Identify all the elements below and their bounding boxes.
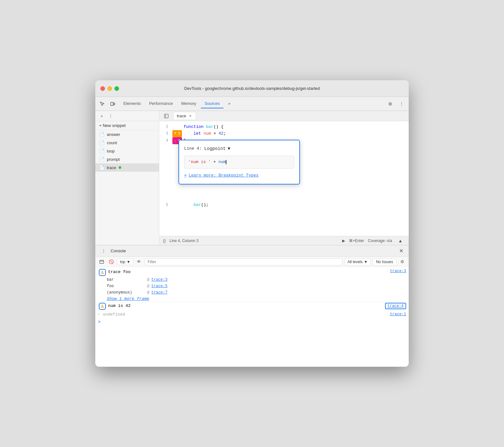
sidebar-toolbar: » ⋮	[95, 111, 159, 121]
log-levels-button[interactable]: All levels ▼	[344, 258, 370, 265]
stack-link-trace7[interactable]: trace:7	[151, 290, 167, 295]
console-result-row: ← undefined trace:1	[95, 310, 409, 318]
snippet-name: answer	[107, 132, 120, 137]
coverage-label: Coverage: n/a	[368, 239, 392, 243]
line-number: 4	[159, 137, 172, 144]
nav-right: ⚙ ⋮	[386, 99, 406, 108]
result-source-link[interactable]: trace:1	[390, 312, 406, 317]
result-arrow-icon: ←	[98, 312, 100, 317]
cursor-position: Line 4, Column 3	[169, 239, 199, 243]
tab-more[interactable]: »	[224, 99, 234, 108]
close-sidebar-icon[interactable]	[162, 112, 171, 121]
show-more-text: Show 1 more frame	[107, 296, 149, 301]
console-settings-icon[interactable]: ⚙	[398, 258, 406, 266]
snippet-prompt[interactable]: 📄 prompt	[95, 155, 159, 163]
logpoint-expression: 'num is ' + num	[188, 159, 226, 164]
logpoint-input[interactable]: 'num is ' + num	[184, 156, 294, 169]
console-input-field[interactable]	[103, 320, 406, 325]
trace-source-link[interactable]: trace:3	[385, 269, 406, 273]
breakpoint-badge-orange[interactable]: ? 3	[172, 130, 182, 137]
stack-frame-anon: (anonymous) @ trace:7	[95, 289, 409, 296]
clear-console-icon[interactable]	[98, 258, 106, 266]
expand-icon[interactable]: »	[98, 112, 106, 120]
console-filter-input[interactable]	[145, 258, 343, 265]
stack-link-trace5[interactable]: trace:5	[151, 284, 167, 288]
tab-sources[interactable]: Sources	[201, 99, 224, 108]
line-content: function bar() {	[182, 124, 409, 130]
minimize-button[interactable]	[107, 86, 112, 91]
code-editor[interactable]: 2 function bar() { 3 ? 3 let num = 42;	[159, 121, 409, 236]
device-toolbar-icon[interactable]	[108, 99, 117, 108]
stack-at-3: @	[147, 290, 149, 295]
snippet-trace[interactable]: 📄 trace	[95, 163, 159, 172]
tab-memory[interactable]: Memory	[177, 99, 200, 108]
show-more-frames-link[interactable]: Show 1 more frame	[95, 296, 409, 302]
trace-log-icon	[99, 269, 106, 276]
line-content: let num = 42;	[182, 130, 409, 137]
stack-link-trace3[interactable]: trace:3	[151, 278, 167, 282]
context-dropdown-icon: ▼	[127, 260, 130, 264]
tab-elements[interactable]: Elements	[120, 99, 145, 108]
snippet-list: 📄 answer 📄 count 📄 loop 📄 prompt 📄	[95, 130, 159, 245]
window-title: DevTools - googlechrome.github.io/devtoo…	[184, 86, 320, 91]
console-body: trace foo trace:3 bar @ trace:3 foo @ tr…	[95, 267, 409, 367]
settings-icon[interactable]: ⚙	[386, 99, 395, 108]
console-close-button[interactable]: ✕	[397, 247, 405, 255]
stack-at-1: @	[147, 278, 149, 282]
stack-frame-foo: foo @ trace:5	[95, 283, 409, 289]
no-icon[interactable]: 🚫	[107, 258, 115, 266]
close-button[interactable]	[100, 86, 105, 91]
sources-panel: » ⋮ + New snippet 📄 answer 📄 count 📄 loo…	[95, 111, 409, 245]
snippet-loop[interactable]: 📄 loop	[95, 147, 159, 155]
svg-rect-2	[164, 114, 168, 118]
run-shortcut: ⌘+Enter	[349, 239, 364, 243]
stack-fn-foo: foo	[107, 284, 145, 288]
tab-close-icon[interactable]: ✕	[188, 114, 193, 118]
tab-performance[interactable]: Performance	[145, 99, 177, 108]
stack-fn-bar: bar	[107, 278, 145, 282]
maximize-button[interactable]	[114, 86, 119, 91]
issues-label: No Issues	[376, 260, 393, 264]
breakpoint-orange: ? 3	[172, 130, 182, 137]
log-source-link[interactable]: trace:4	[385, 303, 406, 309]
svg-rect-0	[111, 102, 113, 106]
active-indicator	[119, 166, 121, 169]
svg-rect-1	[114, 103, 115, 105]
inspect-icon[interactable]	[98, 99, 107, 108]
issues-button[interactable]: No Issues	[373, 258, 397, 265]
learn-more-link[interactable]: ➡ Learn more: Breakpoint Types	[184, 172, 294, 179]
levels-label: All levels	[347, 260, 362, 264]
console-title: Console	[111, 248, 126, 253]
code-line-5: 5 bar();	[159, 202, 409, 208]
context-selector[interactable]: top ▼	[117, 259, 133, 265]
svg-rect-4	[100, 260, 104, 263]
console-drawer-icon[interactable]: ▲	[396, 236, 405, 245]
learn-more-text: Learn more: Breakpoint Types	[189, 172, 258, 179]
log-message-icon	[99, 303, 106, 310]
snippet-file-icon: 📄	[99, 132, 104, 137]
console-header: ⋮ Console ✕	[95, 245, 409, 257]
console-menu-icon[interactable]: ⋮	[99, 247, 108, 255]
more-options-icon[interactable]: ⋮	[397, 99, 406, 108]
devtools-window: DevTools - googlechrome.github.io/devtoo…	[95, 80, 409, 367]
code-line-2: 2 function bar() {	[159, 124, 409, 130]
snippet-name: count	[107, 140, 117, 145]
snippet-answer[interactable]: 📄 answer	[95, 130, 159, 138]
levels-arrow-icon: ▼	[364, 260, 368, 264]
eye-icon[interactable]: 👁	[135, 258, 143, 266]
file-sidebar: » ⋮ + New snippet 📄 answer 📄 count 📄 loo…	[95, 111, 159, 245]
new-snippet-button[interactable]: + New snippet	[95, 121, 159, 130]
console-toolbar: 🚫 top ▼ 👁 All levels ▼ No Issues ⚙	[95, 257, 409, 267]
snippet-count[interactable]: 📄 count	[95, 138, 159, 147]
logpoint-type-select[interactable]: Logpoint ▼	[204, 145, 231, 152]
logpoint-line-label: Line 4:	[184, 145, 202, 152]
editor-area: trace ✕ 2 function bar() { 3	[159, 111, 409, 245]
format-button[interactable]: {}	[163, 239, 166, 243]
stack-fn-anon: (anonymous)	[107, 290, 145, 295]
editor-tab-trace[interactable]: trace ✕	[173, 112, 196, 120]
snippet-name: loop	[107, 149, 115, 153]
circle-arrow-icon: ➡	[184, 172, 187, 179]
line-number: 2	[159, 124, 172, 130]
sidebar-more-icon[interactable]: ⋮	[107, 112, 114, 120]
devtools-nav: Elements Performance Memory Sources » ⚙ …	[95, 97, 409, 111]
